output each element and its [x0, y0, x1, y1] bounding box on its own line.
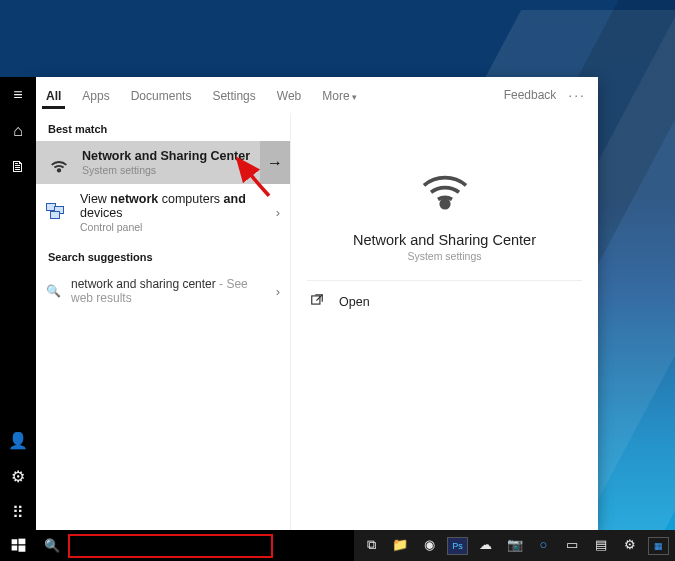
svg-point-1 [441, 200, 448, 207]
windows-logo-icon [11, 538, 26, 553]
svg-rect-4 [18, 539, 25, 545]
feedback-link[interactable]: Feedback [504, 88, 557, 102]
arrow-right-icon: → [267, 154, 283, 172]
section-best-match: Best match [36, 113, 290, 141]
taskbar: ⧉ 📁 ◉ Ps ☁ 📷 ○ ▭ ▤ ⚙ ▦ [354, 530, 675, 561]
result-view-network-computers[interactable]: View network computers and devices Contr… [36, 184, 290, 241]
filter-tab-settings[interactable]: Settings [208, 81, 259, 109]
cortana-icon[interactable]: ○ [532, 535, 555, 557]
user-icon[interactable]: 👤 [0, 422, 36, 458]
camera-icon[interactable]: 📷 [503, 535, 526, 557]
suggestion-text: network and sharing center - See web res… [71, 277, 266, 305]
photoshop-icon[interactable]: Ps [447, 537, 468, 555]
result-title: View network computers and devices [80, 192, 266, 220]
result-network-sharing-center[interactable]: Network and Sharing Center System settin… [36, 141, 290, 184]
more-options-icon[interactable]: ··· [568, 87, 586, 103]
filter-tab-all[interactable]: All [42, 81, 65, 109]
search-icon: 🔍 [46, 284, 61, 298]
search-input[interactable]: network and sharing center [68, 534, 273, 558]
preview-title: Network and Sharing Center [353, 232, 536, 248]
web-suggestion[interactable]: 🔍 network and sharing center - See web r… [36, 269, 290, 313]
expand-arrow-button[interactable]: → [260, 141, 290, 184]
wp-app-icon[interactable]: ▦ [648, 537, 669, 555]
chevron-down-icon: ▾ [352, 92, 357, 102]
chevron-right-icon: › [276, 284, 280, 299]
filter-tab-apps[interactable]: Apps [78, 81, 113, 109]
svg-rect-5 [11, 546, 17, 551]
filter-tab-web[interactable]: Web [273, 81, 305, 109]
cloud-app-icon[interactable]: ☁ [474, 535, 497, 557]
chevron-right-icon: › [276, 205, 280, 220]
terminal-icon[interactable]: ▭ [561, 535, 584, 557]
open-action[interactable]: Open [291, 281, 598, 322]
taskview-icon[interactable]: ⧉ [360, 535, 383, 557]
preview-subtitle: System settings [407, 250, 481, 262]
svg-rect-6 [18, 546, 25, 552]
filter-tab-documents[interactable]: Documents [127, 81, 196, 109]
section-search-suggestions: Search suggestions [36, 241, 290, 269]
svg-rect-3 [11, 539, 17, 544]
svg-rect-2 [312, 296, 320, 304]
results-column: Best match Network and Sharing Center Sy… [36, 113, 291, 530]
hamburger-icon[interactable]: ≡ [0, 77, 36, 113]
chrome-icon[interactable]: ◉ [418, 535, 441, 557]
settings-gear-icon[interactable]: ⚙ [0, 458, 36, 494]
open-label: Open [339, 295, 370, 309]
share-icon[interactable]: ⠿ [0, 494, 36, 530]
home-icon[interactable]: ⌂ [0, 113, 36, 149]
search-filter-bar: All Apps Documents Settings Web More▾ Fe… [36, 77, 598, 113]
search-icon: 🔍 [44, 538, 60, 553]
result-subtitle: System settings [82, 164, 250, 176]
start-leftbar: ≡ ⌂ 🗎 👤 ⚙ ⠿ [0, 77, 36, 530]
svg-point-0 [58, 169, 61, 172]
filter-tab-more[interactable]: More▾ [318, 81, 360, 109]
result-title: Network and Sharing Center [82, 149, 250, 163]
document-icon[interactable]: 🗎 [0, 149, 36, 185]
wifi-radar-icon-large [417, 155, 473, 220]
preview-column: Network and Sharing Center System settin… [291, 113, 598, 530]
search-panel: All Apps Documents Settings Web More▾ Fe… [36, 77, 598, 530]
notes-icon[interactable]: ▤ [590, 535, 613, 557]
open-icon [309, 293, 325, 310]
wifi-radar-icon [46, 150, 72, 176]
settings-gear-icon[interactable]: ⚙ [619, 535, 642, 557]
result-subtitle: Control panel [80, 221, 266, 233]
start-button[interactable] [0, 530, 36, 561]
network-computers-icon [46, 200, 70, 226]
file-explorer-icon[interactable]: 📁 [389, 535, 412, 557]
